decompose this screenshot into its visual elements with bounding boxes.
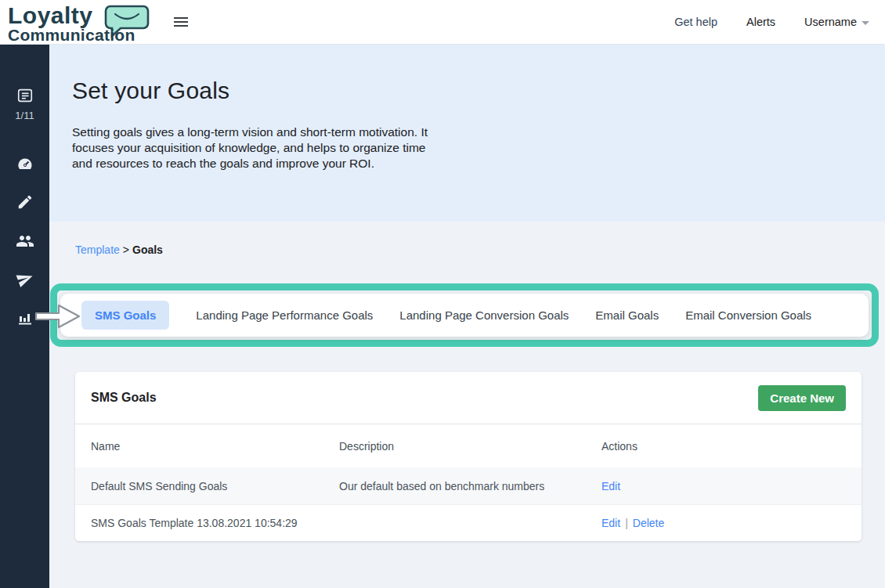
breadcrumb: Template>Goals — [75, 243, 163, 256]
brand-logo[interactable]: Loyalty Communication — [8, 2, 157, 42]
sidebar-item-contacts[interactable] — [0, 232, 49, 254]
goal-description: Our default based on benchmark numbers — [339, 480, 601, 492]
hamburger-menu-icon[interactable] — [174, 15, 188, 29]
tab-email-goals[interactable]: Email Goals — [595, 308, 659, 322]
progress-counter: 1/11 — [15, 110, 34, 121]
user-menu[interactable]: Username — [804, 16, 869, 28]
sidebar-item-progress[interactable]: 1/11 — [0, 87, 49, 121]
table-row: SMS Goals Template 13.08.2021 10:54:29 E… — [75, 504, 862, 541]
reports-bar-chart-icon — [16, 308, 34, 330]
page-description: Setting goals gives a long-term vision a… — [72, 124, 448, 171]
breadcrumb-current: Goals — [132, 243, 163, 256]
edit-link[interactable]: Edit — [601, 517, 620, 529]
column-header-actions: Actions — [601, 440, 862, 453]
checklist-progress-icon — [16, 87, 34, 107]
pencil-edit-icon — [16, 193, 34, 214]
white-pointer-arrow — [34, 302, 81, 334]
table-row: Default SMS Sending Goals Our default ba… — [75, 467, 862, 504]
create-new-button[interactable]: Create New — [758, 385, 846, 411]
edit-link[interactable]: Edit — [601, 480, 620, 492]
sidebar-item-editor[interactable] — [0, 193, 49, 214]
card-header: SMS Goals Create New — [75, 372, 862, 424]
action-separator: | — [625, 517, 628, 529]
teal-highlight-frame: SMS Goals Landing Page Performance Goals… — [50, 283, 879, 347]
get-help-link[interactable]: Get help — [674, 16, 717, 28]
main-content: Set your Goals Setting goals gives a lon… — [49, 45, 885, 588]
tab-sms-goals[interactable]: SMS Goals — [81, 301, 169, 330]
sms-goals-card: SMS Goals Create New Name Description Ac… — [75, 372, 862, 541]
row-actions: Edit — [601, 480, 862, 492]
delete-link[interactable]: Delete — [633, 517, 664, 529]
alerts-link[interactable]: Alerts — [746, 16, 775, 28]
hero-banner: Set your Goals Setting goals gives a lon… — [49, 45, 885, 222]
dashboard-gauge-icon — [16, 155, 34, 177]
card-title: SMS Goals — [91, 391, 157, 405]
username-label: Username — [804, 16, 857, 28]
goals-tab-bar: SMS Goals Landing Page Performance Goals… — [60, 294, 869, 337]
brand-name-line2: Communication — [8, 26, 135, 45]
goal-name: SMS Goals Template 13.08.2021 10:54:29 — [91, 517, 339, 529]
contacts-people-icon — [16, 232, 34, 254]
tab-landing-page-performance-goals[interactable]: Landing Page Performance Goals — [196, 308, 373, 322]
send-paper-plane-icon — [16, 270, 34, 290]
tab-landing-page-conversion-goals[interactable]: Landing Page Conversion Goals — [399, 308, 569, 322]
tab-email-conversion-goals[interactable]: Email Conversion Goals — [685, 308, 811, 322]
sidebar-item-campaigns[interactable] — [0, 270, 49, 290]
top-navbar: Loyalty Communication Get help Alerts Us… — [0, 0, 885, 45]
goal-name: Default SMS Sending Goals — [91, 480, 339, 492]
page-title: Set your Goals — [72, 78, 229, 104]
navbar-right: Get help Alerts Username — [674, 16, 885, 28]
chevron-down-icon — [862, 21, 869, 25]
column-header-description: Description — [339, 440, 601, 453]
table-header-row: Name Description Actions — [75, 424, 862, 467]
sidebar-item-dashboard[interactable] — [0, 155, 49, 177]
row-actions: Edit|Delete — [601, 517, 862, 529]
brand-name-line1: Loyalty — [8, 2, 93, 29]
breadcrumb-link-template[interactable]: Template — [75, 243, 120, 256]
column-header-name: Name — [91, 440, 339, 453]
breadcrumb-separator: > — [123, 243, 129, 256]
